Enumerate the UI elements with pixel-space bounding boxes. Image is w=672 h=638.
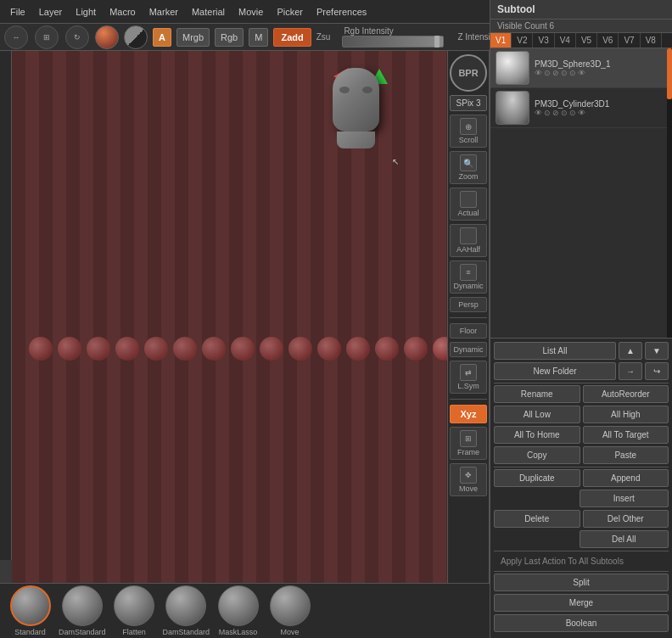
brush-item-damstandard1[interactable]: DamStandard (59, 585, 106, 636)
menu-file[interactable]: File (3, 5, 32, 19)
split-button[interactable]: Split (494, 574, 669, 591)
append-button[interactable]: Append (583, 469, 669, 487)
m-button[interactable]: M (249, 28, 268, 47)
subtool-scrollbar[interactable] (667, 48, 672, 338)
all-high-button[interactable]: All High (583, 406, 669, 423)
delete-button[interactable]: Delete (494, 510, 580, 528)
subtool-thumbnail-sphere (496, 51, 529, 85)
apply-last-action-button[interactable]: Apply Last Action To All Subtools (494, 553, 669, 569)
menu-light[interactable]: Light (69, 5, 103, 19)
subtool-item[interactable]: PM3D_Cylinder3D1 👁⊙⊘⊙⊙👁 (490, 88, 672, 128)
new-folder-button[interactable]: New Folder (494, 362, 616, 380)
subtool-name-1: PM3D_Cylinder3D1 (535, 99, 667, 109)
dynamic-button[interactable]: ≡ Dynamic (450, 260, 487, 294)
dynamic2-button[interactable]: Dynamic (450, 342, 487, 357)
persp-button[interactable]: Persp (450, 297, 487, 312)
frame-button[interactable]: ⊞ Frame (450, 427, 487, 460)
actual-button[interactable]: Actual (450, 187, 487, 221)
tool-a-button[interactable]: A (153, 28, 171, 47)
xyz-button[interactable]: Xyz (450, 405, 487, 423)
move-tool-button[interactable]: ✥ Move (450, 463, 487, 496)
brush-item-standard[interactable]: Standard (7, 585, 53, 636)
bpr-button[interactable]: BPR (450, 54, 487, 92)
list-all-button[interactable]: List All (494, 342, 616, 360)
divider4 (494, 467, 669, 467)
del-other-button[interactable]: Del Other (583, 510, 669, 528)
aahalf-button[interactable]: AAHalf (450, 224, 487, 257)
material-preview[interactable] (95, 25, 119, 49)
rgb-intensity-label: Rgb Intensity (344, 26, 442, 36)
v-tab-v3[interactable]: V3 (533, 33, 554, 48)
insert-button[interactable]: Insert (580, 490, 669, 507)
scroll-button[interactable]: ⊕ Scroll (450, 115, 487, 148)
boolean-button[interactable]: Boolean (494, 614, 669, 632)
del-all-button[interactable]: Del All (580, 530, 669, 548)
brush-item-flatten[interactable]: Flatten (111, 585, 158, 636)
all-to-target-button[interactable]: All To Target (583, 426, 669, 444)
brush-label-standard: Standard (14, 628, 46, 636)
v-tab-v8[interactable]: V8 (641, 33, 662, 48)
copy-button[interactable]: Copy (494, 446, 580, 464)
rgb-intensity-slider[interactable] (342, 36, 444, 48)
brush-label-move: Move (281, 628, 300, 636)
subtool-header: Subtool (490, 0, 672, 20)
material-halftone[interactable] (124, 25, 148, 49)
move-up-button[interactable]: ▲ (619, 342, 642, 360)
rotate-icon[interactable]: ↻ (65, 25, 89, 49)
divider3 (494, 383, 669, 383)
v-tab-v1[interactable]: V1 (490, 33, 512, 48)
rename-button[interactable]: Rename (494, 385, 580, 403)
menu-material[interactable]: Material (185, 5, 232, 19)
main-viewport[interactable]: ↖ (12, 51, 490, 583)
brush-preview-standard (10, 585, 51, 626)
menu-marker[interactable]: Marker (143, 5, 185, 19)
v-tab-v2[interactable]: V2 (512, 33, 533, 48)
floor-button[interactable]: Floor (450, 323, 487, 339)
spheres-decoration (29, 327, 473, 370)
move-down-button[interactable]: ▼ (645, 342, 669, 360)
all-low-button[interactable]: All Low (494, 406, 580, 423)
zoom-button[interactable]: 🔍 Zoom (450, 151, 487, 184)
subtool-item[interactable]: PM3D_Sphere3D_1 👁⊙⊘⊙⊙👁 (490, 48, 672, 88)
v-tab-v7[interactable]: V7 (619, 33, 640, 48)
right-tools-panel: BPR SPix 3 ⊕ Scroll 🔍 Zoom Actual AAHalf… (447, 51, 490, 583)
subtool-panel: Subtool Visible Count 6 V1 V2 V3 V4 V5 V… (490, 0, 672, 638)
menu-macro[interactable]: Macro (103, 5, 143, 19)
brush-preview-damstandard2 (165, 585, 206, 626)
spix-button[interactable]: SPix 3 (450, 95, 487, 111)
autoreorder-button[interactable]: AutoReorder (583, 385, 669, 403)
subtool-icons-0: 👁⊙⊘⊙⊙👁 (535, 69, 667, 77)
mrgb-button[interactable]: Mrgb (176, 28, 210, 47)
rgb-button[interactable]: Rgb (215, 28, 244, 47)
merge-button[interactable]: Merge (494, 594, 669, 612)
brush-item-move[interactable]: Move (266, 585, 313, 636)
menu-picker[interactable]: Picker (270, 5, 310, 19)
subtool-icons-1: 👁⊙⊘⊙⊙👁 (535, 109, 667, 117)
divider5 (494, 551, 669, 551)
brush-item-masklasso[interactable]: MaskLasso (215, 585, 261, 636)
v-tabs-bar: V1 V2 V3 V4 V5 V6 V7 V8 (490, 33, 672, 48)
menu-layer[interactable]: Layer (32, 5, 70, 19)
menu-preferences[interactable]: Preferences (310, 5, 373, 19)
brush-preview-damstandard1 (62, 585, 103, 626)
zadd-button[interactable]: Zadd (273, 28, 311, 47)
brush-label-damstandard1: DamStandard (59, 628, 106, 636)
scale-icon[interactable]: ⊞ (35, 25, 59, 49)
move-icon[interactable]: ↔ (4, 25, 28, 49)
paste-button[interactable]: Paste (583, 446, 669, 464)
menu-movie[interactable]: Movie (232, 5, 270, 19)
lsym-button[interactable]: ⇄ L.Sym (450, 361, 487, 394)
all-to-home-button[interactable]: All To Home (494, 426, 580, 444)
brush-item-damstandard2[interactable]: DamStandard (163, 585, 210, 636)
move-to-button[interactable]: ↪ (645, 362, 669, 380)
duplicate-button[interactable]: Duplicate (494, 469, 580, 487)
v-tab-v4[interactable]: V4 (555, 33, 576, 48)
v-tab-v5[interactable]: V5 (576, 33, 597, 48)
v-tab-v6[interactable]: V6 (597, 33, 619, 48)
brush-preview-flatten (114, 585, 154, 626)
subtool-visible-count: Visible Count 6 (490, 20, 672, 33)
zsub-label: Zsu (316, 32, 331, 42)
subtool-actions: List All ▲ ▼ New Folder → ↪ Rename AutoR… (490, 338, 672, 638)
subtool-thumbnail-cyl (496, 91, 529, 125)
move-right-button[interactable]: → (619, 362, 642, 380)
